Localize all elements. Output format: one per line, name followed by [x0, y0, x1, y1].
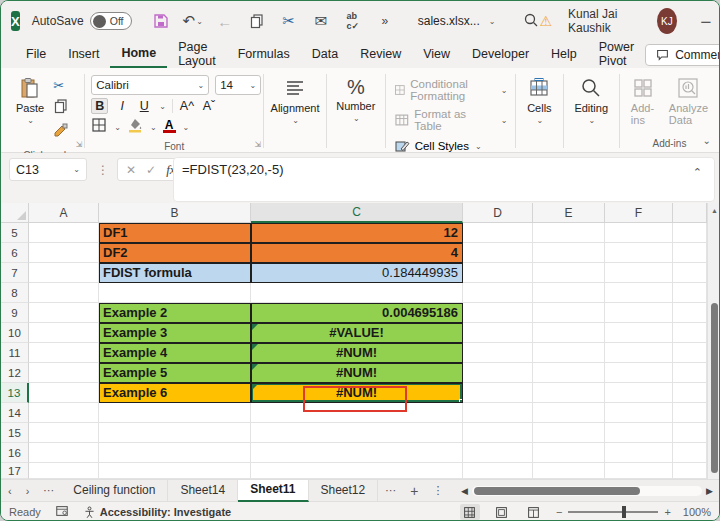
copy-icon[interactable] [248, 12, 266, 30]
cell[interactable] [463, 343, 533, 363]
cell[interactable] [251, 283, 463, 303]
cell[interactable] [605, 343, 673, 363]
cell-b11[interactable]: Example 4 [99, 343, 251, 363]
cell[interactable] [533, 443, 605, 463]
vertical-scrollbar[interactable]: ▲ [707, 203, 720, 479]
select-all-corner[interactable] [1, 203, 29, 223]
cell[interactable] [29, 263, 99, 283]
cell[interactable] [463, 283, 533, 303]
cell[interactable] [463, 363, 533, 383]
cell[interactable] [463, 263, 533, 283]
save-icon[interactable] [152, 12, 170, 30]
cell-c7[interactable]: 0.184449935 [251, 263, 463, 283]
sheet-tab-sheet14[interactable]: Sheet14 [168, 480, 238, 502]
cell[interactable] [533, 423, 605, 443]
cell[interactable] [673, 423, 707, 443]
underline-chevron-icon[interactable]: ⌄ [159, 102, 166, 111]
cell[interactable] [605, 283, 673, 303]
font-color-chevron-icon[interactable]: ⌄ [183, 123, 190, 132]
column-header-e[interactable]: E [533, 203, 605, 223]
cell[interactable] [533, 463, 605, 479]
cell[interactable] [99, 283, 251, 303]
cell[interactable] [29, 363, 99, 383]
cell-c5[interactable]: 12 [251, 223, 463, 243]
cell-b7[interactable]: FDIST formula [99, 263, 251, 283]
sheet-next-arrow[interactable]: › [19, 485, 37, 497]
row-header[interactable]: 8 [1, 283, 29, 303]
cell[interactable] [673, 263, 707, 283]
cell-c9[interactable]: 0.004695186 [251, 303, 463, 323]
cell-c10[interactable]: #VALUE! [251, 323, 463, 343]
row-header[interactable]: 9 [1, 303, 29, 323]
cell[interactable] [29, 323, 99, 343]
cell[interactable] [533, 363, 605, 383]
cell-b13[interactable]: Example 6 [99, 383, 251, 403]
cell[interactable] [463, 403, 533, 423]
borders-button[interactable] [91, 117, 107, 137]
minimize-button[interactable]: ─ [693, 4, 719, 38]
cell[interactable] [673, 403, 707, 423]
fill-color-button[interactable] [127, 117, 143, 137]
alignment-button[interactable]: Alignment ⌄ [264, 72, 327, 129]
cell[interactable] [463, 303, 533, 323]
row-header-selected[interactable]: 13 [1, 383, 29, 403]
cell[interactable] [463, 383, 533, 403]
macro-record-icon[interactable] [55, 504, 69, 520]
row-header[interactable]: 15 [1, 423, 29, 443]
zoom-in-button[interactable]: + [664, 506, 670, 518]
normal-view-icon[interactable] [460, 504, 480, 520]
tab-help[interactable]: Help [540, 43, 588, 67]
cell[interactable] [673, 363, 707, 383]
page-break-view-icon[interactable] [524, 504, 544, 520]
cell[interactable] [673, 283, 707, 303]
cell[interactable] [673, 243, 707, 263]
underline-button[interactable]: U [136, 99, 152, 113]
cell[interactable] [29, 383, 99, 403]
tab-file[interactable]: File [15, 43, 57, 67]
column-header-c[interactable]: C [251, 203, 463, 223]
shrink-font-button[interactable]: Aˇ [201, 99, 217, 113]
zoom-thumb[interactable] [622, 506, 626, 518]
document-title[interactable]: sales.xlsx... ⌄ [418, 14, 496, 28]
cell[interactable] [29, 423, 99, 443]
tab-formulas[interactable]: Formulas [227, 43, 301, 67]
row-header[interactable]: 14 [1, 403, 29, 423]
spelling-icon[interactable]: abc✓ [344, 12, 362, 30]
row-header[interactable]: 17 [1, 463, 29, 479]
cell[interactable] [29, 303, 99, 323]
undo-icon[interactable]: ↶⌄ [184, 12, 202, 30]
row-header[interactable]: 7 [1, 263, 29, 283]
cell[interactable] [29, 283, 99, 303]
copy-icon[interactable] [53, 98, 69, 118]
font-color-button[interactable]: A [163, 121, 176, 133]
mail-icon[interactable]: ✉ [312, 12, 330, 30]
cell[interactable] [533, 403, 605, 423]
cell[interactable] [605, 223, 673, 243]
cell[interactable] [29, 463, 99, 479]
grow-font-button[interactable]: A^ [179, 99, 195, 113]
cell[interactable] [673, 323, 707, 343]
font-dialog-launcher[interactable]: ⇲ [255, 140, 262, 149]
cell-b12[interactable]: Example 5 [99, 363, 251, 383]
autosave-control[interactable]: AutoSave Off [32, 12, 132, 30]
cell[interactable] [605, 463, 673, 479]
cell-b9[interactable]: Example 2 [99, 303, 251, 323]
column-header-a[interactable]: A [29, 203, 99, 223]
cell[interactable] [251, 423, 463, 443]
cell[interactable] [463, 243, 533, 263]
cell[interactable] [533, 243, 605, 263]
cell[interactable] [99, 443, 251, 463]
cell[interactable] [99, 463, 251, 479]
cell[interactable] [99, 423, 251, 443]
name-box[interactable]: C13 ⌄ [9, 158, 87, 181]
cell-c6[interactable]: 4 [251, 243, 463, 263]
tab-developer[interactable]: Developer [461, 43, 540, 67]
cell[interactable] [673, 343, 707, 363]
cut-icon[interactable]: ✂ [53, 78, 69, 93]
cell-b10[interactable]: Example 3 [99, 323, 251, 343]
cell[interactable] [533, 303, 605, 323]
column-header-d[interactable]: D [463, 203, 533, 223]
paste-button[interactable]: Paste ⌄ [9, 72, 51, 129]
scroll-left-arrow-icon[interactable]: ◀ [461, 486, 468, 496]
cell[interactable] [605, 303, 673, 323]
